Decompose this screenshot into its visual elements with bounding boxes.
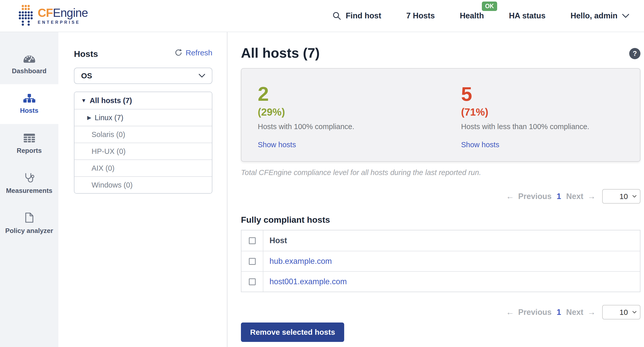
- tree-item-label: All hosts (7): [90, 96, 132, 105]
- chevron-down-icon: [632, 195, 637, 198]
- show-noncompliant-hosts-link[interactable]: Show hosts: [461, 141, 499, 149]
- logo-subtitle: ENTERPRISE: [38, 20, 88, 25]
- compliance-summary-box: 2 (29%) Hosts with 100% compliance. Show…: [241, 68, 640, 162]
- cfengine-robot-icon: [18, 4, 33, 28]
- previous-arrow-icon: ←: [506, 192, 514, 201]
- hosts-panel-title: Hosts: [74, 49, 98, 59]
- host-link[interactable]: hub.example.com: [269, 257, 332, 266]
- tree-item-hpux[interactable]: HP-UX (0): [74, 143, 212, 159]
- content-area: Dashboard Hosts: [0, 32, 644, 347]
- health-link[interactable]: Health OK: [460, 11, 484, 20]
- compliant-count: 2: [258, 84, 441, 104]
- previous-page-button[interactable]: Previous: [518, 192, 552, 201]
- next-page-button[interactable]: Next: [566, 192, 583, 201]
- tree-item-all-hosts[interactable]: ▼ All hosts (7): [74, 92, 212, 109]
- tree-item-label: Windows (0): [92, 181, 133, 189]
- find-host-label: Find host: [346, 11, 381, 20]
- stethoscope-icon: [23, 173, 35, 183]
- ha-status-link[interactable]: HA status: [509, 11, 546, 20]
- help-button[interactable]: ?: [629, 48, 640, 59]
- tree-item-linux[interactable]: ▶ Linux (7): [74, 109, 212, 126]
- page-size-select[interactable]: 10: [602, 189, 640, 204]
- table-row: hub.example.com: [241, 251, 640, 271]
- row-checkbox[interactable]: [249, 278, 256, 285]
- tree-item-aix[interactable]: AIX (0): [74, 159, 212, 176]
- user-menu-label: Hello, admin: [571, 11, 617, 20]
- table-header-row: Host: [241, 230, 640, 251]
- host-column-header: Host: [263, 230, 640, 251]
- sidebar-item-reports[interactable]: Reports: [0, 124, 58, 164]
- page-size-value: 10: [620, 192, 628, 201]
- cfengine-logo[interactable]: CFEngine ENTERPRISE: [18, 4, 88, 28]
- page-title: All hosts (7): [241, 45, 320, 60]
- tree-item-label: HP-UX (0): [92, 147, 126, 156]
- sidebar-item-policy-analyzer[interactable]: Policy analyzer: [0, 204, 58, 243]
- header-nav: Find host 7 Hosts Health OK HA status He…: [332, 11, 629, 20]
- top-header: CFEngine ENTERPRISE Find host 7 Hosts He…: [0, 0, 644, 32]
- page-size-select[interactable]: 10: [602, 305, 640, 319]
- table-grid-icon: [23, 133, 35, 143]
- logo-wordmark: CFEngine ENTERPRISE: [38, 7, 88, 25]
- health-label: Health: [460, 11, 484, 20]
- compliant-percent: (29%): [258, 106, 441, 118]
- sidebar-item-label: Measurements: [6, 187, 52, 195]
- chevron-down-icon: [199, 74, 205, 78]
- previous-page-button[interactable]: Previous: [518, 308, 552, 317]
- tree-item-label: Solaris (0): [92, 130, 125, 139]
- host-tree: ▼ All hosts (7) ▶ Linux (7) Solaris (0) …: [74, 92, 212, 194]
- logo-cf: CF: [38, 6, 53, 19]
- page-number[interactable]: 1: [556, 192, 562, 201]
- chevron-down-icon: [622, 14, 629, 18]
- hosts-count-label: 7 Hosts: [406, 11, 435, 20]
- row-checkbox[interactable]: [249, 258, 256, 265]
- page-size-value: 10: [620, 308, 628, 317]
- page-number[interactable]: 1: [556, 308, 562, 317]
- tree-item-windows[interactable]: Windows (0): [74, 176, 212, 193]
- next-arrow-icon: →: [587, 192, 596, 201]
- compliant-caption: Hosts with 100% compliance.: [258, 122, 441, 131]
- next-arrow-icon: →: [587, 307, 596, 317]
- sidebar-item-label: Hosts: [20, 107, 38, 115]
- tree-item-label: AIX (0): [92, 164, 114, 172]
- refresh-icon: [174, 49, 183, 57]
- hosts-count-link[interactable]: 7 Hosts: [406, 11, 435, 20]
- triangle-right-icon[interactable]: ▶: [87, 115, 91, 121]
- user-menu[interactable]: Hello, admin: [571, 11, 629, 20]
- gauge-icon: [23, 54, 36, 63]
- question-icon: ?: [633, 50, 637, 58]
- noncompliant-stat: 5 (71%) Hosts with less than 100% compli…: [441, 84, 640, 149]
- tree-item-solaris[interactable]: Solaris (0): [74, 126, 212, 143]
- remove-selected-hosts-button[interactable]: Remove selected hosts: [241, 323, 344, 342]
- tree-item-label: Linux (7): [95, 114, 123, 122]
- show-compliant-hosts-link[interactable]: Show hosts: [258, 141, 296, 149]
- chevron-down-icon: [632, 311, 637, 314]
- sidebar: Dashboard Hosts: [0, 32, 58, 347]
- pagination-bottom: ← Previous 1 Next → 10: [241, 305, 640, 319]
- sidebar-item-dashboard[interactable]: Dashboard: [0, 44, 58, 84]
- logo-engine: Engine: [53, 6, 88, 19]
- table-row: host001.example.com: [241, 271, 640, 292]
- compliance-note: Total CFEngine compliance level for all …: [241, 168, 640, 177]
- noncompliant-percent: (71%): [461, 106, 640, 118]
- select-all-checkbox[interactable]: [249, 237, 256, 244]
- refresh-button[interactable]: Refresh: [174, 48, 212, 57]
- next-page-button[interactable]: Next: [566, 308, 583, 317]
- noncompliant-caption: Hosts with less than 100% compliance.: [461, 122, 640, 131]
- sidebar-item-label: Reports: [17, 147, 42, 155]
- sidebar-item-label: Dashboard: [12, 67, 47, 75]
- previous-arrow-icon: ←: [506, 307, 514, 317]
- compliant-hosts-table: Host hub.example.com host001.example.com: [241, 230, 640, 292]
- host-link[interactable]: host001.example.com: [269, 277, 347, 286]
- find-host-button[interactable]: Find host: [332, 11, 381, 20]
- os-filter-select[interactable]: OS: [74, 68, 212, 84]
- document-icon: [25, 213, 33, 223]
- os-filter-value: OS: [81, 71, 92, 80]
- sidebar-item-measurements[interactable]: Measurements: [0, 164, 58, 204]
- main-content: All hosts (7) ? 2 (29%) Hosts with 100% …: [227, 32, 644, 347]
- triangle-down-icon[interactable]: ▼: [81, 97, 86, 104]
- sitemap-icon: [23, 94, 35, 103]
- sidebar-item-hosts[interactable]: Hosts: [0, 84, 58, 124]
- health-status-badge: OK: [482, 2, 497, 11]
- hosts-filter-panel: Hosts Refresh OS ▼ All hosts (7) ▶: [58, 32, 227, 347]
- ha-status-label: HA status: [509, 11, 546, 20]
